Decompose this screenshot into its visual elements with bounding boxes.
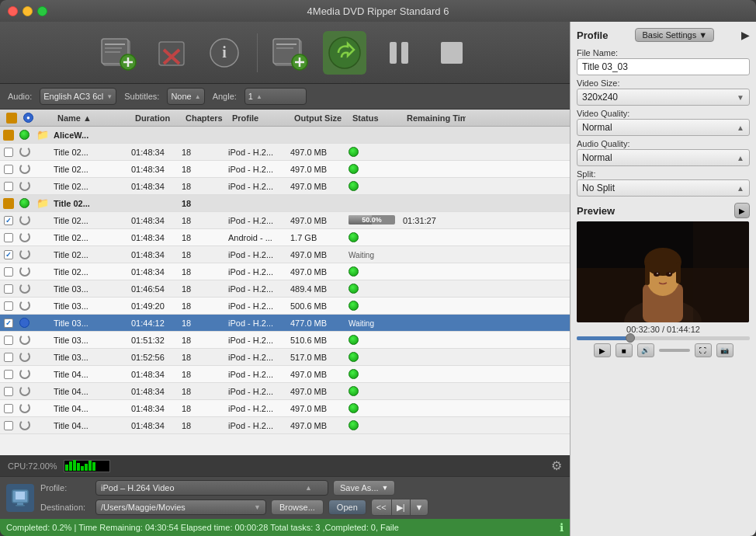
row-checkbox[interactable] xyxy=(0,387,17,396)
next-nav-button[interactable]: ▶| xyxy=(392,499,411,515)
th-check-icon[interactable] xyxy=(6,113,17,124)
file-name-input[interactable] xyxy=(577,58,750,75)
controls-bar: Audio: English AC3 6cl ▼ Subtitles: None… xyxy=(0,84,570,110)
pause-button[interactable] xyxy=(379,33,419,73)
table-row[interactable]: 📁Title 02...18 xyxy=(0,195,570,212)
split-select[interactable]: No Split ▲ xyxy=(577,179,750,197)
save-dropdown-arrow-icon: ▼ xyxy=(382,484,389,492)
capture-button[interactable]: 📷 xyxy=(716,343,733,357)
row-checkbox[interactable] xyxy=(0,370,17,379)
video-quality-select[interactable]: Normal ▲ xyxy=(577,119,750,136)
table-row[interactable]: Title 04...01:48:3418iPod - H.2...497.0 … xyxy=(0,400,570,417)
delete-button[interactable] xyxy=(151,33,192,73)
row-type-icon: 📁 xyxy=(34,197,51,209)
table-row[interactable]: Title 04...01:48:3418iPod - H.2...497.0 … xyxy=(0,383,570,400)
split-arrow-icon: ▲ xyxy=(737,184,744,193)
table-row[interactable]: Title 02...01:48:3418iPod - H.2...497.0 … xyxy=(0,161,570,178)
table-row[interactable]: Title 04...01:48:3418iPod - H.2...497.0 … xyxy=(0,417,570,434)
stop-preview-button[interactable]: ■ xyxy=(616,343,633,357)
profile-select[interactable]: iPod – H.264 Video ▲ xyxy=(95,480,328,496)
dropdown-nav-button[interactable]: ▼ xyxy=(411,499,428,515)
preview-header: Preview ▶ xyxy=(577,203,750,218)
row-checkbox[interactable] xyxy=(0,404,17,413)
close-button[interactable] xyxy=(8,6,18,16)
table-row[interactable]: Title 03...01:52:5618iPod - H.2...517.0 … xyxy=(0,349,570,366)
row-checkbox[interactable] xyxy=(0,250,17,259)
prev-nav-button[interactable]: << xyxy=(372,499,392,515)
row-name: Title 04... xyxy=(51,404,129,413)
destination-select[interactable]: /Users/Maggie/Movies ▼ xyxy=(95,499,266,515)
subtitles-select[interactable]: None ▲ xyxy=(167,88,204,105)
row-checkbox[interactable] xyxy=(0,301,17,311)
table-row[interactable]: Title 02...01:48:3418Android - ...1.7 GB xyxy=(0,229,570,246)
add-task-button[interactable] xyxy=(270,33,310,73)
row-checkbox[interactable] xyxy=(0,318,17,328)
table-row[interactable]: Title 03...01:46:5418iPod - H.2...489.4 … xyxy=(0,280,570,298)
row-profile: iPod - H.2... xyxy=(226,148,288,157)
table-row[interactable]: Title 03...01:49:2018iPod - H.2...500.6 … xyxy=(0,298,570,315)
preview-progress-thumb[interactable] xyxy=(626,333,635,343)
video-size-select[interactable]: 320x240 ▼ xyxy=(577,89,750,106)
row-checkbox[interactable] xyxy=(0,198,17,209)
convert-button[interactable] xyxy=(323,31,366,75)
table-row[interactable]: Title 02...01:48:3418iPod - H.2...497.0 … xyxy=(0,246,570,263)
svg-rect-35 xyxy=(676,262,681,284)
row-checkbox[interactable] xyxy=(0,284,17,294)
maximize-button[interactable] xyxy=(37,6,47,16)
basic-settings-button[interactable]: Basic Settings ▼ xyxy=(635,28,714,42)
angle-arrow-icon: ▲ xyxy=(256,93,262,100)
open-button[interactable]: Open xyxy=(328,499,366,515)
stop-button[interactable] xyxy=(432,33,472,73)
spin-status-icon xyxy=(19,300,30,311)
row-chapters: 18 xyxy=(179,318,226,328)
audio-select[interactable]: English AC3 6cl ▼ xyxy=(40,88,116,105)
row-checkbox[interactable] xyxy=(0,182,17,191)
expand-arrow-icon[interactable]: ▶ xyxy=(741,29,750,41)
minimize-button[interactable] xyxy=(23,6,33,16)
table-row[interactable]: Title 02...01:48:3418iPod - H.2...497.0 … xyxy=(0,263,570,280)
preview-play-button[interactable]: ▶ xyxy=(734,203,750,218)
browse-button[interactable]: Browse... xyxy=(271,499,324,515)
angle-select[interactable]: 1 ▲ xyxy=(244,88,307,105)
table-row[interactable]: Title 04...01:48:3418iPod - H.2...497.0 … xyxy=(0,366,570,383)
row-status xyxy=(346,386,401,396)
row-checkbox-box xyxy=(4,233,13,242)
volume-slider[interactable] xyxy=(659,349,690,352)
row-checkbox[interactable] xyxy=(0,148,17,157)
row-checkbox[interactable] xyxy=(0,233,17,242)
row-checkbox[interactable] xyxy=(0,267,17,277)
row-chapters: 18 xyxy=(179,404,226,413)
audio-quality-select[interactable]: Normal ▲ xyxy=(577,149,750,166)
row-checkbox[interactable] xyxy=(0,216,17,225)
table-row[interactable]: Title 02...01:48:3418iPod - H.2...497.0 … xyxy=(0,144,570,161)
add-button[interactable] xyxy=(99,33,139,73)
row-checkbox[interactable] xyxy=(0,421,17,430)
row-status-indicator xyxy=(17,283,34,295)
row-chapters: 18 xyxy=(179,353,226,362)
row-profile: iPod - H.2... xyxy=(226,182,288,191)
preview-progress-bar[interactable] xyxy=(577,336,750,340)
zoom-button[interactable]: ⛶ xyxy=(695,343,712,357)
table-row[interactable]: Title 03...01:51:3218iPod - H.2...510.6 … xyxy=(0,332,570,349)
th-name[interactable]: Name ▲ xyxy=(54,113,132,123)
row-checkbox[interactable] xyxy=(0,353,17,362)
info-button[interactable]: i xyxy=(204,33,244,73)
row-checkbox[interactable] xyxy=(0,130,17,141)
status-info-icon[interactable]: ℹ xyxy=(560,521,564,534)
th-duration: Duration xyxy=(132,113,182,123)
table-row[interactable]: Title 02...01:48:3418iPod - H.2...497.0 … xyxy=(0,178,570,195)
row-checkbox[interactable] xyxy=(0,165,17,174)
row-output-size: 497.0 MB xyxy=(288,267,346,277)
volume-icon[interactable]: 🔊 xyxy=(637,343,654,357)
table-row[interactable]: 📁AliceW... xyxy=(0,127,570,144)
settings-icon[interactable]: ⚙ xyxy=(551,458,562,473)
save-as-button[interactable]: Save As... ▼ xyxy=(333,480,395,496)
row-status-indicator xyxy=(17,368,34,381)
svg-rect-3 xyxy=(105,47,122,49)
table-row[interactable]: Title 02...01:48:3418iPod - H.2...497.0 … xyxy=(0,212,570,229)
dest-arrow-icon: ▼ xyxy=(254,503,261,511)
play-button[interactable]: ▶ xyxy=(594,343,611,357)
row-duration: 01:48:34 xyxy=(129,370,179,379)
table-row[interactable]: Title 03...01:44:1218iPod - H.2...477.0 … xyxy=(0,315,570,332)
row-checkbox[interactable] xyxy=(0,336,17,345)
